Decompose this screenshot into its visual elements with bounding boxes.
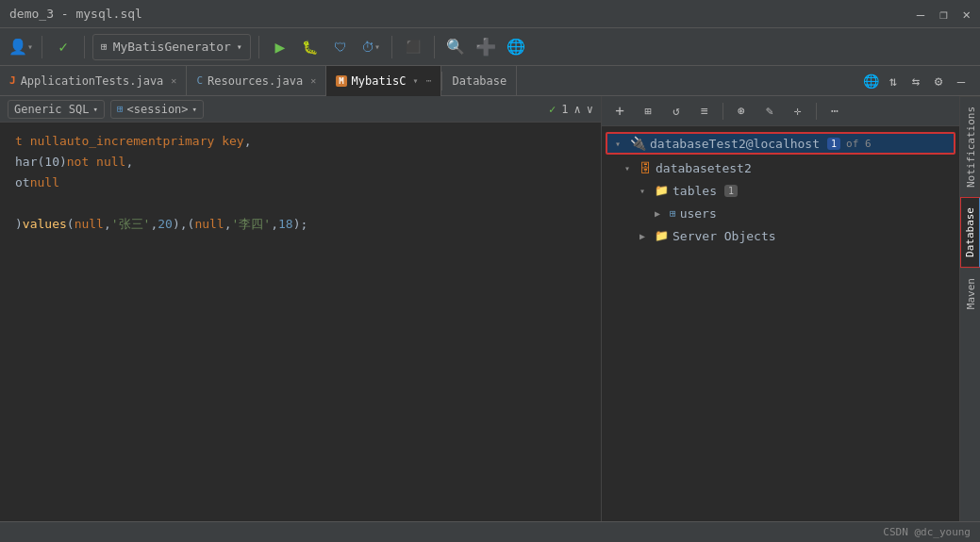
collapse-btn[interactable]: — bbox=[950, 70, 972, 92]
db-more-icon: ⋯ bbox=[831, 104, 839, 118]
db-grid-btn[interactable]: ⊞ bbox=[636, 99, 660, 123]
connection-expand-arrow: ▾ bbox=[615, 139, 626, 149]
db-edit-icon: ✎ bbox=[766, 104, 773, 118]
debug-button[interactable]: 🐛 bbox=[297, 34, 324, 60]
coverage-button[interactable]: 🛡 bbox=[327, 34, 354, 60]
comma-4: , bbox=[271, 215, 278, 235]
db-users-table[interactable]: ▶ ⊞ users bbox=[602, 202, 959, 224]
main-content: Generic SQL ▾ ⊞ <session> ▾ ✓ 1 ∧ ∨ bbox=[0, 96, 980, 521]
code-line-5: ) values ( null , '张三' , 20 ),( null , '… bbox=[15, 215, 586, 236]
session-dropdown-arrow: ▾ bbox=[192, 105, 197, 114]
connection-label: databaseTest2@localhost bbox=[650, 137, 820, 151]
db-tb-sep-1 bbox=[723, 103, 723, 120]
settings-btn[interactable]: ⚙ bbox=[927, 70, 950, 92]
db-more-btn[interactable]: ⋯ bbox=[822, 99, 847, 123]
str-zhangsan: '张三' bbox=[111, 215, 151, 235]
punct-1: , bbox=[244, 132, 252, 152]
notification-icon: ➕ bbox=[475, 37, 496, 57]
dialect-dropdown-arrow: ▾ bbox=[92, 105, 97, 114]
right-tab-notifications[interactable]: Notifications bbox=[960, 96, 981, 197]
generator-label: MyBatisGenerator bbox=[113, 40, 231, 54]
status-bar: CSDN @dc_young bbox=[0, 521, 980, 542]
schema-expand-arrow: ▾ bbox=[624, 163, 636, 173]
database-panel: + ⊞ ↺ ≡ ⊛ ✎ ✛ bbox=[601, 96, 959, 521]
stop-icon: ⬛ bbox=[406, 40, 421, 54]
database-panel-tab[interactable]: Database bbox=[442, 66, 517, 96]
toolbar-separator-5 bbox=[434, 36, 435, 58]
db-connection-item[interactable]: ▾ 🔌 databaseTest2@localhost 1 of 6 bbox=[606, 132, 955, 155]
notification-button[interactable]: ➕ bbox=[473, 34, 499, 60]
str-lisi: '李四' bbox=[232, 215, 272, 235]
punct-2: , bbox=[125, 153, 133, 172]
session-selector[interactable]: ⊞ <session> ▾ bbox=[110, 100, 204, 119]
comma-1: , bbox=[104, 215, 111, 235]
toolbar-separator-1 bbox=[42, 36, 42, 58]
db-tables-folder[interactable]: ▾ 📁 tables 1 bbox=[602, 179, 959, 202]
db-table-btn[interactable]: ⊛ bbox=[729, 99, 754, 123]
search-button[interactable]: 🔍 bbox=[442, 34, 469, 60]
run-count: 1 bbox=[561, 103, 568, 116]
generator-dropdown[interactable]: ⊞ MyBatisGenerator ▾ bbox=[92, 34, 251, 60]
tables-folder-icon: 📁 bbox=[655, 184, 669, 197]
right-tab-database[interactable]: Database bbox=[960, 197, 981, 268]
run-button[interactable]: ▶ bbox=[267, 34, 293, 60]
maximize-button[interactable]: ❐ bbox=[939, 7, 947, 22]
code-line-2: har(10) not null , bbox=[15, 153, 586, 173]
db-add-icon: + bbox=[615, 102, 624, 120]
db-list-btn[interactable]: ≡ bbox=[692, 99, 717, 123]
generator-icon: ⊞ bbox=[101, 41, 108, 53]
server-icon: 📁 bbox=[655, 229, 669, 242]
db-refresh-btn[interactable]: ↺ bbox=[664, 99, 689, 123]
close-button[interactable]: ✕ bbox=[963, 7, 971, 22]
run-check-icon: ✓ bbox=[549, 103, 556, 116]
tab-bar-actions: 🌐 ⇅ ⇆ ⚙ — bbox=[852, 70, 980, 92]
tab-mybatis-dropdown[interactable]: ▾ bbox=[412, 75, 418, 86]
tab-resources-close[interactable]: ✕ bbox=[310, 75, 316, 86]
sync-icon: ⇅ bbox=[889, 74, 897, 89]
db-schema-item[interactable]: ▾ 🗄 databasetest2 bbox=[602, 156, 959, 179]
tab-app-tests-close[interactable]: ✕ bbox=[171, 75, 176, 86]
sync-btn[interactable]: ⇅ bbox=[882, 70, 905, 92]
connection-badge: 1 bbox=[827, 138, 840, 150]
db-server-objects[interactable]: ▶ 📁 Server Objects bbox=[602, 224, 959, 247]
code-line-3: ot null bbox=[15, 173, 586, 194]
num-18: 18 bbox=[278, 215, 293, 235]
tab-mybatis[interactable]: M MybatisC ▾ ⋯ bbox=[326, 66, 441, 96]
tab-app-tests-label: ApplicationTests.java bbox=[21, 74, 164, 88]
tab-mybatis-close[interactable]: ⋯ bbox=[425, 75, 431, 86]
coverage-icon: 🛡 bbox=[334, 40, 347, 55]
code-line-4 bbox=[15, 194, 586, 215]
db-edit-btn[interactable]: ✎ bbox=[757, 99, 782, 123]
profile-dropdown-icon: ▾ bbox=[27, 41, 33, 52]
right-sidebar-tabs: Notifications Database Maven bbox=[959, 96, 980, 521]
kw-null-5: null bbox=[75, 215, 104, 235]
checkmark-button[interactable]: ✓ bbox=[50, 34, 76, 60]
schema-icon: 🗄 bbox=[639, 161, 652, 175]
editor-area: Generic SQL ▾ ⊞ <session> ▾ ✓ 1 ∧ ∨ bbox=[0, 96, 601, 521]
more-run-button[interactable]: ⏱ ▾ bbox=[357, 34, 384, 60]
kw-auto: auto_increment bbox=[59, 132, 163, 152]
prefix-2: har(10) bbox=[15, 153, 67, 172]
minimize-button[interactable]: — bbox=[917, 7, 924, 22]
profile-button[interactable]: 👤 ▾ bbox=[8, 34, 34, 60]
db-cross-btn[interactable]: ✛ bbox=[786, 99, 810, 123]
sql-dialect-selector[interactable]: Generic SQL ▾ bbox=[8, 100, 105, 119]
down-arrow-btn[interactable]: ∨ bbox=[587, 103, 593, 116]
connection-icon: 🔌 bbox=[630, 136, 646, 151]
add-data-source-btn[interactable]: 🌐 bbox=[859, 70, 882, 92]
db-add-btn[interactable]: + bbox=[607, 99, 632, 123]
right-tab-maven[interactable]: Maven bbox=[960, 268, 981, 319]
code-editor[interactable]: t null auto_increment primary key , har(… bbox=[0, 123, 601, 245]
maven-tab-label: Maven bbox=[964, 278, 976, 309]
filter-btn[interactable]: ⇆ bbox=[905, 70, 927, 92]
stop-button[interactable]: ⬛ bbox=[400, 34, 426, 60]
filter-icon: ⇆ bbox=[912, 74, 920, 89]
kw-null-1: t null bbox=[15, 132, 59, 152]
tab-app-tests[interactable]: J ApplicationTests.java ✕ bbox=[0, 66, 187, 96]
title-bar: demo_3 - mysql.sql — ❐ ✕ bbox=[0, 0, 980, 28]
up-arrow-btn[interactable]: ∧ bbox=[574, 103, 581, 116]
help-button[interactable]: 🌐 bbox=[503, 34, 529, 60]
server-objects-label: Server Objects bbox=[673, 229, 776, 243]
tab-resources[interactable]: C Resources.java ✕ bbox=[187, 66, 326, 96]
toolbar-separator-3 bbox=[258, 36, 259, 58]
